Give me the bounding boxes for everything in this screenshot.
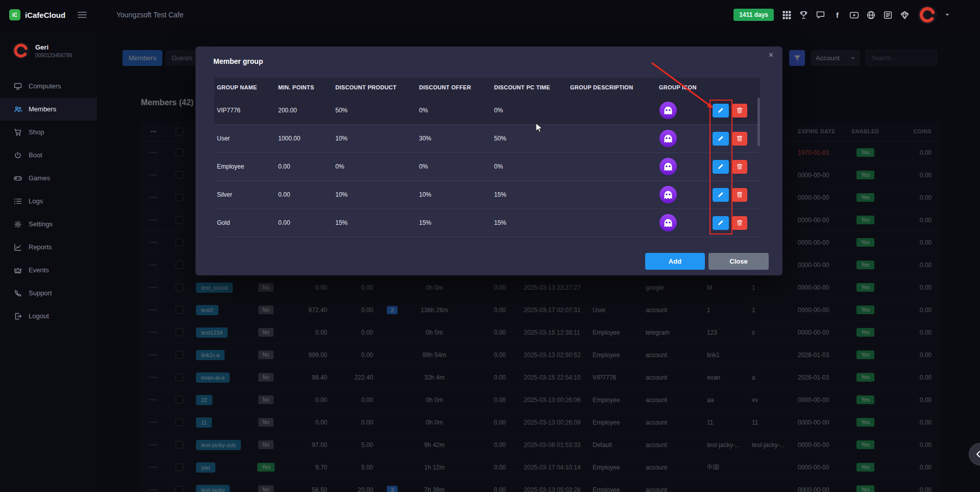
edit-group-button[interactable] bbox=[713, 188, 729, 202]
chart-icon bbox=[14, 243, 22, 251]
delete-group-button[interactable] bbox=[732, 132, 747, 146]
discount-pc-time: 0% bbox=[492, 107, 568, 114]
min-points: 0.00 bbox=[276, 219, 333, 226]
group-header-min-points: MIN. POINTS bbox=[276, 84, 333, 90]
facebook-button[interactable]: f bbox=[832, 10, 842, 20]
modal-title: Member group bbox=[213, 57, 263, 65]
monitor-icon bbox=[14, 82, 22, 90]
pencil-icon bbox=[717, 163, 724, 170]
icafecloud-logo-icon bbox=[918, 5, 937, 25]
edit-group-button[interactable] bbox=[713, 132, 729, 146]
group-header-group-description: GROUP DESCRIPTION bbox=[568, 84, 656, 90]
sidebar-item-boot[interactable]: Boot bbox=[0, 144, 97, 167]
pencil-icon bbox=[717, 135, 724, 142]
discount-offer: 30% bbox=[416, 135, 492, 142]
sidebar-item-shop[interactable]: Shop bbox=[0, 121, 97, 144]
news-button[interactable] bbox=[883, 10, 893, 20]
pencil-icon bbox=[717, 219, 724, 226]
sidebar-item-members[interactable]: Members bbox=[0, 98, 97, 121]
sidebar-item-label: Support bbox=[29, 289, 52, 297]
min-points: 0.00 bbox=[276, 191, 333, 198]
group-row: VIP7776200.0050%0%0% bbox=[214, 97, 760, 125]
ghost-group-icon bbox=[659, 214, 677, 232]
sidebar-item-label: Games bbox=[29, 174, 50, 182]
group-name: Employee bbox=[214, 163, 276, 170]
min-points: 1000.00 bbox=[276, 135, 333, 142]
trash-icon bbox=[736, 191, 743, 198]
group-table-header: GROUP NAMEMIN. POINTSDISCOUNT PRODUCTDIS… bbox=[214, 78, 760, 97]
svg-text:f: f bbox=[836, 11, 839, 19]
menu-toggle-button[interactable] bbox=[78, 11, 87, 20]
chat-button[interactable] bbox=[816, 10, 825, 20]
app-root: iC iCafeCloud Youngzsoft Test Cafe 1411 … bbox=[0, 0, 980, 492]
hamburger-icon bbox=[78, 11, 87, 18]
delete-group-button[interactable] bbox=[732, 104, 747, 118]
power-icon bbox=[14, 151, 22, 159]
apps-button[interactable] bbox=[782, 10, 792, 20]
sidebar-item-label: Settings bbox=[29, 220, 53, 228]
min-points: 200.00 bbox=[276, 107, 333, 114]
users-icon bbox=[14, 105, 22, 113]
edit-group-button[interactable] bbox=[713, 216, 729, 230]
sidebar-item-label: Logout bbox=[29, 312, 49, 320]
group-name: User bbox=[214, 135, 276, 142]
brand-logo-icon: iC bbox=[9, 9, 20, 20]
edit-group-button[interactable] bbox=[713, 104, 729, 118]
discount-offer: 10% bbox=[416, 191, 492, 198]
member-group-modal: Member group × GROUP NAMEMIN. POINTSDISC… bbox=[195, 46, 782, 275]
ghost-group-icon bbox=[659, 185, 677, 204]
apps-icon bbox=[782, 10, 792, 20]
discount-product: 50% bbox=[333, 107, 416, 114]
sidebar-item-logs[interactable]: Logs bbox=[0, 190, 97, 213]
sidebar-item-events[interactable]: Events bbox=[0, 259, 97, 282]
group-row: Employee0.000%0%0% bbox=[214, 153, 760, 181]
globe-button[interactable] bbox=[866, 10, 876, 20]
group-name: Gold bbox=[214, 219, 276, 226]
delete-group-button[interactable] bbox=[732, 188, 747, 202]
user-name: Geri bbox=[35, 43, 72, 51]
sidebar-user[interactable]: Geri 0090123456789 bbox=[0, 30, 97, 60]
close-modal-button[interactable]: Close bbox=[708, 253, 769, 270]
sidebar-menu: ComputersMembersShopBootGamesLogsSetting… bbox=[0, 75, 97, 327]
delete-group-button[interactable] bbox=[732, 160, 747, 174]
sidebar-item-computers[interactable]: Computers bbox=[0, 75, 97, 98]
group-header-discount-offer: DISCOUNT OFFER bbox=[416, 84, 492, 90]
edit-group-button[interactable] bbox=[713, 160, 729, 174]
min-points: 0.00 bbox=[276, 163, 333, 170]
youtube-button[interactable] bbox=[849, 10, 859, 20]
modal-table-scrollbar[interactable] bbox=[757, 98, 760, 146]
group-icon-cell bbox=[656, 185, 707, 204]
sidebar-item-reports[interactable]: Reports bbox=[0, 236, 97, 259]
group-icon-cell bbox=[656, 101, 707, 120]
add-group-button[interactable]: Add bbox=[645, 253, 705, 270]
modal-close-icon[interactable]: × bbox=[769, 51, 773, 60]
sidebar-item-settings[interactable]: Settings bbox=[0, 213, 97, 236]
discount-product: 10% bbox=[333, 191, 416, 198]
discount-offer: 15% bbox=[416, 219, 492, 226]
discount-offer: 0% bbox=[416, 163, 492, 170]
topbar-icon-strip: f bbox=[782, 10, 910, 20]
user-avatar[interactable] bbox=[918, 5, 937, 25]
trophy-button[interactable] bbox=[799, 10, 808, 20]
ghost-group-icon bbox=[659, 101, 677, 120]
youtube-icon bbox=[849, 10, 859, 20]
gamepad-icon bbox=[14, 174, 22, 182]
group-header-group-icon: GROUP ICON bbox=[656, 84, 707, 90]
sidebar-item-logout[interactable]: Logout bbox=[0, 304, 97, 327]
user-menu-caret-icon[interactable] bbox=[945, 14, 949, 18]
discount-pc-time: 50% bbox=[492, 135, 568, 142]
group-actions bbox=[707, 188, 760, 202]
discount-pc-time: 15% bbox=[492, 191, 568, 198]
sidebar-item-support[interactable]: Support bbox=[0, 282, 97, 304]
brand[interactable]: iC iCafeCloud bbox=[9, 0, 65, 30]
sketch-button[interactable] bbox=[900, 10, 910, 20]
discount-pc-time: 15% bbox=[492, 219, 568, 226]
sidebar-user-info: Geri 0090123456789 bbox=[35, 43, 72, 58]
sidebar-item-label: Members bbox=[29, 105, 56, 113]
facebook-icon: f bbox=[832, 10, 842, 20]
phone-icon bbox=[14, 289, 22, 297]
trash-icon bbox=[736, 219, 743, 226]
delete-group-button[interactable] bbox=[732, 216, 747, 230]
sidebar-item-games[interactable]: Games bbox=[0, 167, 97, 190]
trash-icon bbox=[736, 135, 743, 142]
